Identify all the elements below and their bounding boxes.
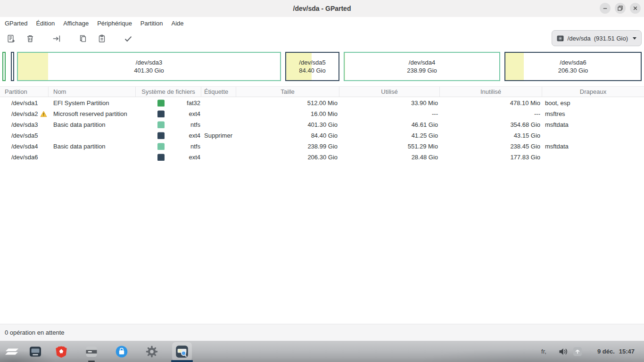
partition-block-label: /dev/sda3 401.30 Gio (18, 53, 280, 80)
menu-affichage[interactable]: Affichage (59, 17, 93, 29)
partition-block-sda4[interactable]: /dev/sda4 238.99 Gio (344, 52, 500, 81)
apply-button[interactable] (119, 31, 138, 47)
terminal-icon (85, 345, 98, 358)
table-row-sda5[interactable]: /dev/sda5 ext4 Supprimer 84.40 Gio 41.25… (0, 130, 644, 141)
partition-block-sda1[interactable] (2, 52, 6, 81)
resize-move-button[interactable] (47, 31, 66, 47)
clock[interactable]: 9 déc. 15:47 (597, 348, 635, 355)
minimize-icon (602, 5, 609, 12)
cell-unused: 354.68 Gio (440, 121, 542, 128)
cell-flags: msftdata (542, 143, 644, 150)
terminal-button[interactable] (82, 342, 101, 361)
table-row-sda3[interactable]: /dev/sda3 Basic data partition ntfs 401.… (0, 119, 644, 130)
paste-icon (97, 34, 107, 43)
desktop-screen: /dev/sda - GParted GParted Édition Affic… (0, 0, 644, 362)
brave-icon (55, 345, 67, 358)
partition-device: /dev/sda6 (560, 58, 586, 66)
paste-button[interactable] (92, 31, 111, 47)
zorin-menu-icon (4, 344, 20, 360)
window-controls (600, 3, 641, 14)
taskbar: fr, 9 déc. 15:47 (0, 341, 644, 362)
table-row-sda4[interactable]: /dev/sda4 Basic data partition ntfs 238.… (0, 141, 644, 152)
cell-partition: /dev/sda1 (0, 99, 49, 107)
partition-size: 84.40 Gio (299, 66, 325, 74)
menu-gparted[interactable]: GParted (0, 17, 32, 29)
toolbar (0, 29, 644, 48)
cell-name: EFI System Partition (49, 99, 136, 107)
menu-partition[interactable]: Partition (136, 17, 167, 29)
partition-size: 401.30 Gio (134, 66, 164, 74)
cell-unused: --- (440, 110, 542, 117)
cell-size: 206.30 Gio (236, 154, 339, 161)
partition-block-sda2[interactable] (11, 52, 14, 81)
device-selector-device: /dev/sda (568, 35, 591, 42)
column-header-utilise[interactable]: Utilisé (339, 87, 440, 97)
menu-edition[interactable]: Édition (32, 17, 59, 29)
tray-arrow-icon[interactable] (573, 347, 582, 356)
menu-aide[interactable]: Aide (167, 17, 188, 29)
cell-partition: /dev/sda6 (0, 154, 49, 161)
delete-partition-button[interactable] (21, 31, 40, 47)
window-titlebar: /dev/sda - GParted (0, 0, 644, 17)
cell-filesystem: fat32 (136, 99, 201, 107)
cell-used: 41.25 Gio (339, 132, 440, 139)
clock-date: 9 déc. (597, 348, 615, 355)
cell-filesystem: ntfs (136, 143, 201, 150)
settings-gear-icon (145, 345, 158, 358)
column-header-taille[interactable]: Taille (236, 87, 339, 97)
settings-button[interactable] (142, 342, 162, 361)
partition-block-label: /dev/sda4 238.99 Gio (345, 53, 499, 80)
taskbar-launchers (0, 341, 192, 362)
toolbar-separator (66, 39, 74, 39)
cell-flags: msftres (542, 110, 644, 117)
restore-button[interactable] (615, 3, 626, 14)
cell-flags: msftdata (542, 121, 644, 128)
zorin-menu-button[interactable] (2, 342, 22, 361)
close-button[interactable] (630, 3, 641, 14)
software-store-button[interactable] (112, 342, 132, 361)
new-partition-button[interactable] (2, 31, 21, 47)
column-header-partition[interactable]: Partition (0, 87, 49, 97)
cell-unused: 478.10 Mio (440, 99, 542, 107)
pending-operations-text: 0 opération en attente (5, 329, 65, 336)
cell-used: 33.90 Mio (339, 99, 440, 107)
column-header-inutilise[interactable]: Inutilisé (440, 87, 542, 97)
disk-icon (556, 34, 564, 42)
partition-size: 238.99 Gio (407, 66, 437, 74)
restore-icon (617, 5, 624, 12)
partition-block-sda5[interactable]: /dev/sda5 84.40 Gio (285, 52, 339, 81)
cell-used: 551.29 Mio (339, 143, 440, 150)
column-header-drapeaux[interactable]: Drapeaux (542, 87, 644, 97)
column-header-systeme[interactable]: Système de fichiers (136, 87, 201, 97)
new-partition-icon (7, 34, 16, 43)
cell-unused: 43.15 Gio (440, 132, 542, 139)
cell-label: Supprimer (201, 132, 236, 139)
fs-color-swatch (157, 143, 165, 150)
column-header-nom[interactable]: Nom (49, 87, 136, 97)
table-row-sda6[interactable]: /dev/sda6 ext4 206.30 Gio 28.48 Gio 177.… (0, 152, 644, 163)
cell-unused: 238.45 Gio (440, 143, 542, 150)
table-header: Partition Nom Système de fichiers Étique… (0, 86, 644, 97)
table-row-sda2[interactable]: /dev/sda2 Microsoft reserved partition e… (0, 108, 644, 119)
cell-filesystem: ext4 (136, 132, 201, 139)
delete-partition-icon (25, 34, 35, 43)
files-button[interactable] (25, 342, 45, 361)
cell-size: 238.99 Gio (236, 143, 339, 150)
device-selector[interactable]: /dev/sda (931.51 Gio) (552, 30, 642, 46)
menu-peripherique[interactable]: Périphérique (93, 17, 136, 29)
partition-table: /dev/sda1 EFI System Partition fat32 512… (0, 98, 644, 163)
partition-block-label: /dev/sda6 206.30 Gio (505, 53, 641, 80)
cell-used: 28.48 Gio (339, 154, 440, 161)
keyboard-layout-indicator[interactable]: fr, (541, 348, 546, 355)
copy-button[interactable] (74, 31, 92, 47)
apply-icon (124, 34, 133, 43)
partition-block-sda6[interactable]: /dev/sda6 206.30 Gio (504, 52, 642, 81)
gparted-taskbar-button[interactable] (172, 342, 192, 361)
brave-browser-button[interactable] (51, 342, 71, 361)
minimize-button[interactable] (600, 3, 611, 14)
partition-block-sda3[interactable]: /dev/sda3 401.30 Gio (17, 52, 281, 81)
volume-icon[interactable] (559, 347, 569, 356)
table-row-sda1[interactable]: /dev/sda1 EFI System Partition fat32 512… (0, 98, 644, 108)
column-header-etiquette[interactable]: Étiquette (201, 87, 236, 97)
partition-bar: /dev/sda3 401.30 Gio /dev/sda5 84.40 Gio… (2, 52, 642, 81)
